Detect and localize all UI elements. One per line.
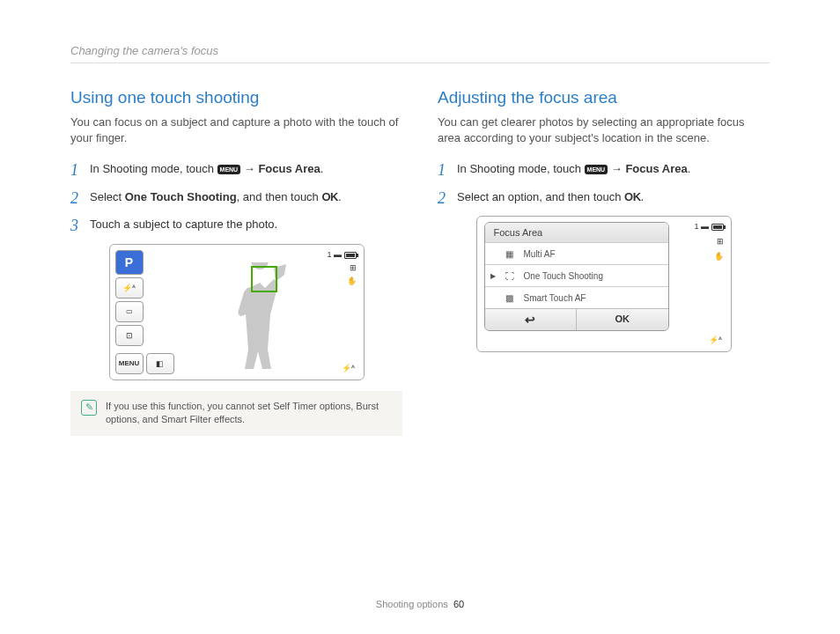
counter-row: 1 ▬ [694, 222, 723, 231]
menu-footer: ↩ OK [485, 308, 668, 330]
step-2: Select One Touch Shooting, and then touc… [70, 188, 402, 206]
timer-button: ⊡ [115, 325, 144, 346]
mode-p-button: P [115, 250, 144, 275]
menu-item-one-touch: ⛶ One Touch Shooting [485, 264, 668, 286]
ok-icon: OK [624, 190, 641, 203]
step1-text-b: → [240, 162, 258, 175]
step1-text-a: In Shooting mode, touch [90, 162, 217, 175]
menu-item-label: Smart Touch AF [524, 293, 586, 303]
step1-text-b: → [608, 162, 625, 175]
menu-title: Focus Area [485, 223, 668, 242]
battery-icon [344, 252, 357, 259]
heading-focus-area: Adjusting the focus area [438, 88, 770, 107]
flash-icon: ⚡ᴬ [122, 284, 136, 292]
shot-counter: 1 [327, 250, 331, 259]
step1-text-d: . [321, 162, 324, 175]
step1-focus-area: Focus Area [258, 162, 320, 175]
ok-button: OK [577, 309, 668, 330]
auto-button: ▭ [115, 301, 144, 322]
menu-icon: MENU [585, 165, 608, 174]
page-footer: Shooting options 60 [0, 599, 840, 609]
left-column: Using one touch shooting You can focus o… [70, 88, 402, 436]
step2-text-a: Select [90, 190, 125, 203]
steps-one-touch: In Shooting mode, touch MENU → Focus Are… [70, 160, 402, 233]
camera-left-buttons: P ⚡ᴬ ▭ ⊡ [115, 250, 147, 346]
timer-icon: ⊡ [126, 331, 133, 340]
step3-text: Touch a subject to capture the photo. [90, 217, 277, 231]
menu-item-label: One Touch Shooting [524, 271, 603, 281]
ois-icon: ✋ [714, 252, 724, 261]
intro-focus-area: You can get clearer photos by selecting … [438, 114, 770, 146]
card-icon: ▬ [334, 250, 342, 259]
resolution-icon: ⊞ [350, 263, 357, 272]
step1-text-d: . [688, 162, 691, 175]
step-2: Select an option, and then touch OK. [438, 188, 770, 206]
step1-text-a: In Shooting mode, touch [457, 162, 585, 175]
menu-icon: MENU [217, 165, 241, 174]
flash-indicator-br: ⚡ᴬ [342, 364, 355, 372]
flash-indicator-br: ⚡ᴬ [709, 335, 722, 344]
step2-text-a: Select an option, and then touch [457, 190, 624, 203]
step2-ots: One Touch Shooting [125, 190, 237, 203]
menu-item-label: Multi AF [524, 249, 556, 259]
smart-touch-icon: ▩ [503, 292, 517, 303]
footer-section: Shooting options [376, 599, 448, 609]
ok-icon: OK [321, 190, 338, 203]
shot-counter: 1 [694, 222, 698, 231]
camera-screen-illustration: P ⚡ᴬ ▭ ⊡ MENU ◧ 1 ▬ ⊞ ✋ ⚡ᴬ [109, 244, 365, 380]
intro-one-touch: You can focus on a subject and capture a… [70, 114, 402, 146]
step-3: Touch a subject to capture the photo. [70, 216, 402, 233]
menu-item-multi-af: ▦ Multi AF [485, 242, 668, 264]
ois-icon: ✋ [347, 276, 357, 285]
camera-bottom-buttons: MENU ◧ [115, 353, 174, 374]
steps-focus-area: In Shooting mode, touch MENU → Focus Are… [438, 160, 770, 205]
battery-icon [711, 224, 724, 231]
breadcrumb-header: Changing the camera's focus [70, 44, 770, 63]
step2-text-b: . [641, 190, 645, 203]
step2-text-c: , and then touch [237, 190, 322, 203]
gallery-icon: ◧ [156, 359, 164, 368]
one-touch-icon: ⛶ [503, 270, 517, 281]
back-button: ↩ [485, 309, 578, 330]
note-icon: ✎ [81, 400, 97, 416]
camera-right-indicators: 1 ▬ ⊞ ✋ [327, 250, 356, 285]
gallery-button: ◧ [146, 353, 174, 374]
menu-item-smart-touch: ▩ Smart Touch AF [485, 286, 668, 308]
focus-area-menu-illustration: Focus Area ▦ Multi AF ⛶ One Touch Shooti… [476, 216, 732, 352]
step-1: In Shooting mode, touch MENU → Focus Are… [438, 160, 770, 178]
heading-one-touch: Using one touch shooting [70, 88, 402, 107]
menu-panel: Focus Area ▦ Multi AF ⛶ One Touch Shooti… [484, 222, 669, 331]
step2-text-d: . [338, 190, 342, 203]
menu-button: MENU [115, 353, 144, 374]
menu-right-indicators: 1 ▬ ⊞ ✋ [694, 222, 723, 261]
step1-focus-area: Focus Area [625, 162, 687, 175]
right-column: Adjusting the focus area You can get cle… [438, 88, 770, 436]
page-number: 60 [453, 599, 464, 609]
card-icon: ▬ [701, 222, 709, 231]
multi-af-icon: ▦ [503, 248, 517, 259]
focus-rectangle [251, 266, 277, 292]
step-1: In Shooting mode, touch MENU → Focus Are… [70, 160, 402, 178]
note-text: If you use this function, you cannot set… [106, 400, 392, 427]
flash-button: ⚡ᴬ [115, 277, 144, 299]
resolution-icon: ⊞ [717, 237, 724, 246]
note-box: ✎ If you use this function, you cannot s… [70, 391, 402, 436]
counter-row: 1 ▬ [327, 250, 356, 259]
auto-icon: ▭ [126, 307, 133, 315]
two-column-layout: Using one touch shooting You can focus o… [70, 88, 770, 436]
